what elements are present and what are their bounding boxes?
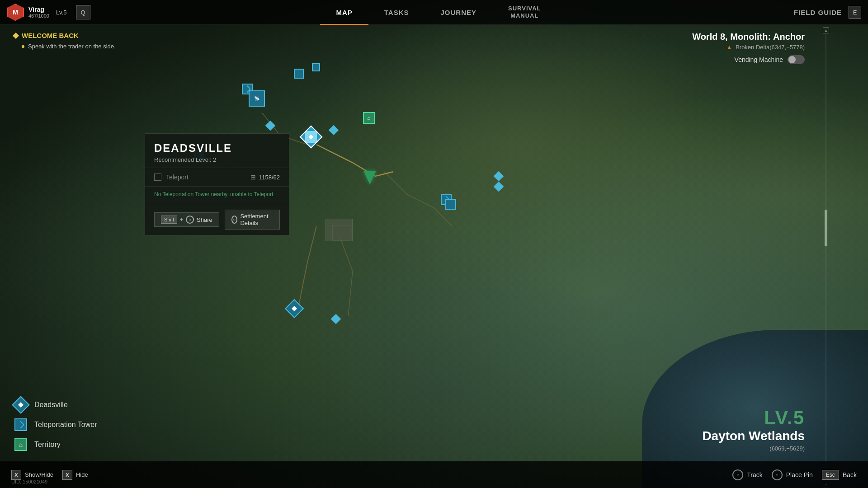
popup-actions: Shift + ○ Share ○ Settlement Details (145, 204, 289, 235)
scrollbar-track[interactable] (826, 34, 826, 473)
world-info-panel: World 8, Monolith: Anchor ▲ Broken Delta… (692, 32, 805, 64)
field-guide-button[interactable]: FIELD GUIDE (794, 9, 842, 16)
bottom-right-actions: ○ Track ○ Place Pin Esc Back (732, 469, 857, 480)
share-button[interactable]: Shift + ○ Share (154, 212, 219, 227)
teleport-checkbox[interactable] (154, 174, 161, 181)
circle-icon: ○ (186, 216, 194, 224)
location-coords: (6069,−5629) (702, 445, 805, 452)
tab-survival-manual[interactable]: SURVIVALMANUAL (492, 0, 557, 25)
poi-diamond-2[interactable] (330, 127, 337, 134)
legend-label-territory: Territory (34, 441, 61, 449)
level-display: LV.5 (702, 407, 805, 429)
tab-map[interactable]: MAP (320, 0, 368, 25)
uid-text: UID: 150021049 (11, 479, 47, 484)
esc-key: Esc (822, 470, 839, 480)
player-details: Virag 467/1000 (28, 6, 49, 19)
legend-label-tower: Teleportation Tower (34, 421, 97, 429)
legend-item-tower: Teleportation Tower (14, 418, 97, 432)
back-action[interactable]: Esc Back (822, 470, 857, 480)
track-circle-icon: ○ (732, 469, 743, 480)
settlement-details-button[interactable]: ○ Settlement Details (225, 210, 280, 230)
back-label: Back (843, 471, 857, 479)
tower-marker-1b[interactable]: 📡 (249, 90, 265, 107)
vending-machine-label: Vending Machine (735, 56, 783, 63)
settlement-details-label: Settlement Details (240, 213, 273, 226)
share-label: Share (197, 216, 212, 223)
tower-small-2[interactable] (294, 69, 304, 79)
bottom-bar: X Show/Hide X Hide UID: 150021049 ○ Trac… (0, 461, 868, 488)
vending-machine-toggle[interactable] (788, 55, 805, 64)
player-xp: 467/1000 (28, 13, 49, 19)
scroll-up-arrow[interactable]: ▲ (823, 27, 829, 33)
track-label: Track (747, 471, 762, 479)
player-level: Lv.5 (56, 9, 67, 16)
legend-item-territory: ⌂ Territory (14, 437, 97, 452)
bottom-right-info: LV.5 Dayton Wetlands (6069,−5629) (702, 407, 805, 452)
track-action[interactable]: ○ Track (732, 469, 762, 480)
quest-diamond-icon (13, 32, 19, 38)
scrollbar-thumb[interactable] (825, 210, 827, 246)
deadsville-marker[interactable] (303, 129, 319, 145)
details-circle-icon: ○ (231, 216, 238, 224)
popup-header: DEADSVILLE Recommended Level: 2 (145, 134, 289, 168)
map-scrollbar[interactable]: ▲ ▼ (825, 27, 827, 488)
teleport-label: Teleport (166, 174, 189, 181)
place-pin-label: Place Pin (786, 471, 813, 479)
location-popup: DEADSVILLE Recommended Level: 2 Teleport… (145, 133, 289, 235)
tab-tasks[interactable]: TASKS (368, 0, 425, 25)
poi-diamond-5[interactable] (332, 315, 340, 323)
tower-marker-2b[interactable] (445, 199, 456, 210)
tower-small-3[interactable] (312, 63, 320, 71)
place-pin-circle-icon: ○ (772, 469, 783, 480)
cost-icon: ⊞ (250, 174, 256, 181)
building-detail (332, 225, 350, 241)
hide-action[interactable]: X Hide (62, 470, 88, 480)
world-coords: ▲ Broken Delta(6347,−5778) (692, 44, 805, 51)
legend-label-deadsville: Deadsville (34, 401, 68, 409)
quest-bullet-icon (22, 45, 24, 48)
legend-panel: Deadsville Teleportation Tower ⌂ Territo… (14, 398, 97, 452)
player-name: Virag (28, 6, 49, 13)
poi-diamond-3[interactable] (495, 173, 502, 180)
top-navigation: M Virag 467/1000 Lv.5 Q MAP TASKS JOURNE… (0, 0, 868, 25)
toggle-knob (788, 56, 796, 63)
quest-title: WELCOME BACK (14, 32, 116, 39)
home-marker-2[interactable] (288, 302, 301, 315)
place-pin-action[interactable]: ○ Place Pin (772, 469, 813, 480)
bottom-left-actions: X Show/Hide X Hide (11, 470, 88, 480)
plus-sign: + (180, 216, 183, 223)
nav-right: FIELD GUIDE E (778, 6, 868, 19)
triangle-icon: ▲ (726, 44, 732, 51)
world-name: World 8, Monolith: Anchor (692, 32, 805, 42)
poi-diamond-1[interactable] (267, 122, 274, 129)
legend-territory-icon: ⌂ (14, 437, 28, 452)
popup-warning: No Teleportation Tower nearby, unable to… (145, 187, 289, 204)
teleport-cost: ⊞ 1158/62 (250, 174, 280, 181)
e-key[interactable]: E (849, 6, 861, 19)
teleport-left: Teleport (154, 174, 189, 181)
tab-journey[interactable]: JOURNEY (425, 0, 493, 25)
player-info: M Virag 467/1000 Lv.5 Q (0, 4, 99, 21)
legend-settlement-icon (14, 398, 28, 412)
player-avatar: M (7, 4, 24, 21)
cost-value: 1158/62 (259, 174, 280, 181)
shift-key: Shift (161, 216, 177, 224)
quests-panel: WELCOME BACK Speak with the trader on th… (14, 32, 116, 50)
popup-teleport-row: Teleport ⊞ 1158/62 (145, 168, 289, 187)
vending-machine-row: Vending Machine (692, 55, 805, 64)
home-marker-1[interactable]: ⌂ (363, 112, 375, 124)
nav-tabs: MAP TASKS JOURNEY SURVIVALMANUAL (99, 0, 778, 25)
q-button[interactable]: Q (76, 5, 90, 19)
popup-rec-level: Recommended Level: 2 (154, 156, 280, 163)
hide-label: Hide (76, 471, 88, 478)
nav-arrow (363, 171, 376, 184)
legend-tower-icon (14, 418, 28, 432)
show-hide-label: Show/Hide (25, 471, 53, 478)
quest-objective-1: Speak with the trader on the side. (14, 43, 116, 50)
popup-location-name: DEADSVILLE (154, 142, 280, 155)
show-hide-key: X (11, 470, 21, 480)
poi-diamond-4[interactable] (495, 183, 502, 190)
location-name: Dayton Wetlands (702, 429, 805, 443)
legend-item-deadsville: Deadsville (14, 398, 97, 412)
show-hide-action[interactable]: X Show/Hide (11, 470, 53, 480)
